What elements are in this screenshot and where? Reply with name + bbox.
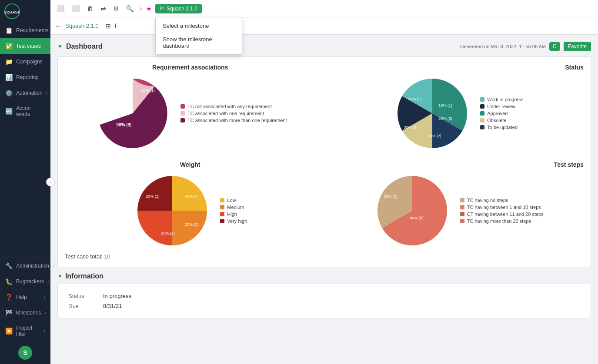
- svg-text:20% (2): 20% (2): [161, 231, 175, 235]
- legend-label: Obsolete: [487, 118, 506, 123]
- sidebar-item-campaigns[interactable]: 📁 Campaigns: [0, 54, 50, 69]
- dropdown-item-show-dashboard[interactable]: Show the milestone dashboard: [156, 33, 242, 53]
- sidebar-bottom: 🔧 Administration › 🐛 Bugtrackers › ❓ Hel…: [0, 258, 50, 364]
- requirement-associations-pie: 90% (9) 10% (1): [94, 74, 172, 152]
- information-table: Status In progress Due 8/31/21: [65, 291, 584, 311]
- requirement-associations-legend: TC not associated with any requirement T…: [180, 104, 287, 123]
- legend-dot: [460, 205, 464, 209]
- milestone-dropdown-container: 🏳 Squash 2.1.0 Select a milestone Show t…: [155, 4, 202, 13]
- dropdown-item-select-milestone[interactable]: Select a milestone: [156, 19, 242, 33]
- svg-text:90% (9): 90% (9): [116, 122, 131, 127]
- top-toolbar: ⬜ ⬜ 🗑 ⇌ ⚙ 🔍 + ★ 🏳 Squash 2.1.0 Select a …: [50, 0, 598, 17]
- information-collapse-icon[interactable]: ▼: [57, 273, 63, 279]
- info-icon[interactable]: ℹ: [114, 23, 117, 30]
- requirement-associations-title: Requirement associations: [65, 64, 316, 71]
- test-cases-icon: ✅: [5, 43, 13, 50]
- legend-label: TC having no steps: [467, 198, 508, 203]
- test-steps-title: Test steps: [333, 161, 584, 168]
- legend-item: TC associated with one requirement: [180, 111, 287, 116]
- legend-label: TC associated with more than one require…: [187, 118, 287, 123]
- breadcrumb: Squash 2.1.0: [65, 23, 99, 29]
- user-avatar[interactable]: S: [18, 346, 32, 360]
- legend-label: To be updated: [487, 125, 518, 130]
- generated-timestamp: Generated on Mar 8, 2022, 11:55:08 AM: [460, 44, 546, 49]
- sidebar-item-bugtrackers[interactable]: 🐛 Bugtrackers ›: [0, 274, 50, 289]
- sidebar-collapse-button[interactable]: ‹: [46, 178, 55, 186]
- split-icon[interactable]: ⇌: [99, 4, 108, 13]
- star-icon[interactable]: ★: [146, 5, 152, 12]
- delete-icon[interactable]: 🗑: [85, 4, 95, 13]
- sidebar-item-automation[interactable]: ⚙️ Automation ›: [0, 85, 50, 101]
- search-icon[interactable]: 🔍: [124, 4, 136, 13]
- tc-total-label: Test case total:: [65, 253, 103, 260]
- status-title: Status: [333, 64, 584, 71]
- sidebar-item-project-filter[interactable]: 🔽 Project filter ›: [0, 321, 50, 341]
- tc-total-link[interactable]: 10: [104, 253, 110, 260]
- svg-text:30% (3): 30% (3): [404, 125, 418, 129]
- sidebar-item-label: Automation: [16, 90, 43, 96]
- copy-icon[interactable]: ⬜: [55, 4, 67, 13]
- legend-item: TC having more than 20 steps: [460, 218, 544, 224]
- sidebar-item-help[interactable]: ❓ Help ›: [0, 289, 50, 305]
- information-title: Information: [65, 272, 104, 280]
- charts-grid: Requirement associations: [57, 56, 591, 267]
- sidebar-item-administration[interactable]: 🔧 Administration ›: [0, 258, 50, 274]
- bugtrackers-icon: 🐛: [5, 278, 13, 285]
- sidebar-item-milestones[interactable]: 🏁 Milestones ›: [0, 305, 50, 321]
- settings-icon[interactable]: ⚙: [111, 4, 120, 13]
- chevron-right-icon: ›: [53, 264, 54, 268]
- milestone-button[interactable]: 🏳 Squash 2.1.0: [155, 4, 202, 13]
- weight-title: Weight: [65, 161, 316, 168]
- back-button[interactable]: ←: [55, 22, 62, 30]
- grid-icon[interactable]: ⊞: [106, 23, 111, 30]
- tc-total: Test case total: 10: [65, 253, 584, 260]
- sidebar-item-test-cases[interactable]: ✅ Test cases: [0, 38, 50, 54]
- weight-chart: 40% (4) 20% (2) 20% (2) 20% (2) Low: [65, 172, 316, 250]
- legend-dot: [480, 125, 484, 129]
- sidebar-item-label: Reporting: [16, 74, 39, 80]
- sidebar-item-label: Requirements: [16, 27, 49, 33]
- campaigns-icon: 📁: [5, 58, 13, 65]
- chevron-right-icon: ›: [44, 329, 45, 334]
- table-row: Status In progress: [65, 291, 584, 301]
- chevron-right-icon: ›: [44, 311, 46, 315]
- plus-icon[interactable]: +: [139, 5, 143, 12]
- requirement-associations-chart-panel: Requirement associations: [65, 64, 316, 152]
- legend-label: TC having between 1 and 10 steps: [467, 205, 541, 210]
- status-value: In progress: [100, 291, 584, 301]
- legend-label: Under review: [487, 104, 515, 109]
- sidebar-item-label: Milestones: [16, 310, 41, 316]
- dashboard-collapse-icon[interactable]: ▼: [57, 43, 63, 50]
- table-row: Due 8/31/21: [65, 301, 584, 311]
- legend-dot: [460, 198, 464, 202]
- dashboard-header-right: Generated on Mar 8, 2022, 11:55:08 AM C …: [460, 42, 591, 51]
- sidebar-item-label: Bugtrackers: [16, 278, 44, 285]
- logo-area: SQUASH: [0, 0, 50, 23]
- copy2-icon[interactable]: ⬜: [70, 4, 82, 13]
- information-section-header: ▼ Information: [57, 272, 591, 280]
- panel-icons: ⊞ ℹ: [106, 23, 117, 30]
- sidebar-item-requirements[interactable]: 📋 Requirements: [0, 23, 50, 38]
- project-filter-icon: 🔽: [5, 328, 13, 334]
- c-button[interactable]: C: [549, 42, 560, 51]
- legend-item: High: [220, 212, 247, 217]
- main-area: ⬜ ⬜ 🗑 ⇌ ⚙ 🔍 + ★ 🏳 Squash 2.1.0 Select a …: [50, 0, 598, 364]
- sidebar-item-label: Campaigns: [16, 59, 43, 65]
- favorite-button[interactable]: Favorite: [564, 42, 591, 51]
- sidebar-item-label: Administration: [16, 263, 49, 269]
- legend-label: Medium: [227, 205, 244, 210]
- sidebar-item-reporting[interactable]: 📊 Reporting: [0, 69, 50, 85]
- sidebar-item-action-words[interactable]: 🔤 Action words: [0, 101, 50, 122]
- legend-dot: [480, 111, 484, 116]
- legend-dot: [180, 104, 185, 109]
- action-words-icon: 🔤: [5, 108, 13, 115]
- sidebar-nav: 📋 Requirements ✅ Test cases 📁 Campaigns …: [0, 23, 50, 258]
- legend-label: CT having between 11 and 20 steps: [467, 212, 544, 217]
- legend-item: CT having between 11 and 20 steps: [460, 212, 544, 217]
- legend-dot: [480, 118, 484, 122]
- dashboard-header-left: ▼ Dashboard: [57, 43, 102, 50]
- sidebar-item-label: Action words: [16, 105, 45, 117]
- legend-label: Very high: [227, 218, 247, 224]
- legend-dot: [460, 219, 464, 223]
- svg-text:10% (1): 10% (1): [141, 88, 155, 93]
